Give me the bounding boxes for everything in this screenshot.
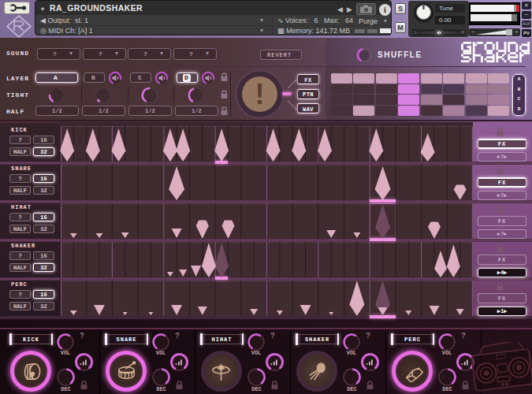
- svg-text:!: !: [255, 78, 265, 110]
